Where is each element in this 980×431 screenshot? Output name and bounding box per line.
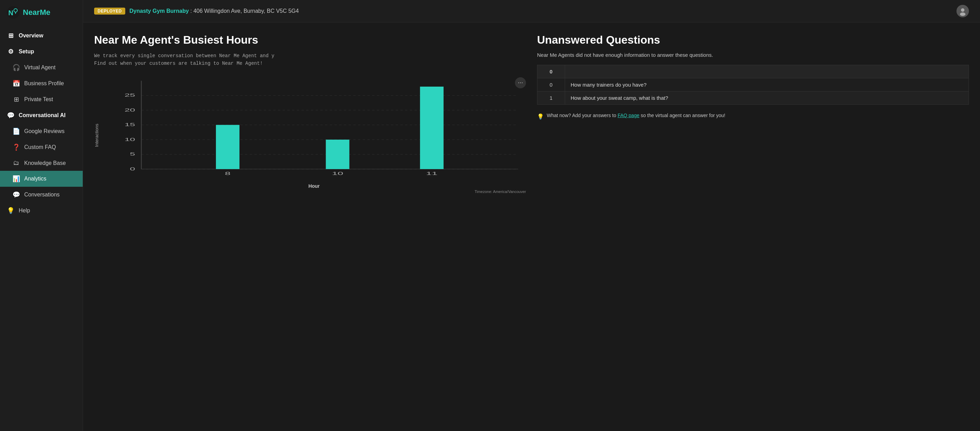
- chart-panel: Near Me Agent's Busiest Hours We track e…: [94, 34, 537, 420]
- sidebar-item-business-profile-label: Business Profile: [24, 80, 64, 86]
- sidebar-item-overview-label: Overview: [19, 33, 43, 39]
- svg-text:20: 20: [124, 108, 135, 112]
- sidebar-item-conversational-ai[interactable]: 💬 Conversational AI: [0, 107, 83, 123]
- sidebar-item-virtual-agent[interactable]: 🎧 Virtual Agent: [0, 60, 83, 75]
- deployed-badge: DEPLOYED: [94, 8, 125, 14]
- sidebar-item-knowledge-base-label: Knowledge Base: [24, 160, 66, 166]
- business-profile-icon: 📅: [13, 80, 20, 87]
- sidebar-item-private-test[interactable]: ⊞ Private Test: [0, 91, 83, 107]
- header-left: DEPLOYED Dynasty Gym Burnaby : 406 Willi…: [94, 8, 299, 14]
- sidebar-item-virtual-agent-label: Virtual Agent: [24, 64, 56, 71]
- chart-timezone: Timezone: America/Vancouver: [102, 190, 526, 194]
- chart-more-button[interactable]: ···: [515, 77, 526, 88]
- setup-icon: ⚙: [7, 48, 14, 56]
- header-bar: DEPLOYED Dynasty Gym Burnaby : 406 Willi…: [83, 0, 980, 22]
- svg-text:15: 15: [124, 122, 135, 127]
- svg-point-6: [960, 13, 966, 16]
- page-content: Near Me Agent's Busiest Hours We track e…: [83, 22, 980, 431]
- sidebar-item-setup-label: Setup: [19, 48, 34, 55]
- table-row: 1 How about your sweat camp, what is tha…: [538, 91, 969, 105]
- sidebar-item-business-profile[interactable]: 📅 Business Profile: [0, 75, 83, 91]
- chart-subtitle: We track every single conversation betwe…: [94, 52, 526, 67]
- logo-icon: N: [7, 6, 19, 19]
- svg-point-5: [961, 8, 964, 12]
- svg-text:8: 8: [225, 171, 231, 176]
- chart-x-label: Hour: [102, 183, 526, 189]
- table-header-count: 0: [538, 65, 565, 78]
- faq-hint: 💡 What now? Add your answers to FAQ page…: [537, 112, 969, 121]
- sidebar-item-help[interactable]: 💡 Help: [0, 203, 83, 219]
- sidebar-item-conversations-label: Conversations: [24, 192, 59, 198]
- google-reviews-icon: 📄: [13, 128, 20, 135]
- sidebar-item-overview[interactable]: ⊞ Overview: [0, 28, 83, 44]
- sidebar-navigation: ⊞ Overview ⚙ Setup 🎧 Virtual Agent 📅 Bus…: [0, 25, 83, 431]
- conversational-ai-icon: 💬: [7, 112, 14, 119]
- sidebar: N NearMe ⊞ Overview ⚙ Setup 🎧 Virtual Ag…: [0, 0, 83, 431]
- business-name: Dynasty Gym Burnaby: [129, 8, 189, 14]
- sidebar-item-google-reviews[interactable]: 📄 Google Reviews: [0, 123, 83, 139]
- hint-prefix: What now? Add your answers to: [547, 113, 618, 118]
- question-text-1: How about your sweat camp, what is that?: [565, 91, 969, 105]
- table-row: 0 How many trainers do you have?: [538, 78, 969, 91]
- sidebar-item-google-reviews-label: Google Reviews: [24, 128, 65, 134]
- sidebar-item-custom-faq[interactable]: ❓ Custom FAQ: [0, 139, 83, 155]
- faq-link[interactable]: FAQ page: [618, 113, 640, 118]
- logo: N NearMe: [0, 0, 83, 25]
- sidebar-item-help-label: Help: [19, 208, 30, 214]
- question-count-1: 1: [538, 91, 565, 105]
- virtual-agent-icon: 🎧: [13, 64, 20, 71]
- svg-text:11: 11: [426, 171, 438, 176]
- svg-text:N: N: [8, 9, 13, 17]
- sidebar-item-custom-faq-label: Custom FAQ: [24, 144, 56, 150]
- custom-faq-icon: ❓: [13, 144, 20, 151]
- svg-text:25: 25: [124, 93, 135, 97]
- sidebar-item-analytics-label: Analytics: [24, 176, 46, 182]
- sidebar-item-analytics[interactable]: 📊 Analytics: [0, 171, 83, 187]
- overview-icon: ⊞: [7, 32, 14, 40]
- chart-y-label: Interactions: [94, 124, 99, 147]
- unanswered-title: Unanswered Questions: [537, 34, 969, 46]
- unanswered-desc: Near Me Agents did not have enough infor…: [537, 52, 969, 58]
- chart-inner: 0 5 10 15 20 25: [102, 77, 526, 194]
- sidebar-item-knowledge-base[interactable]: 🗂 Knowledge Base: [0, 155, 83, 171]
- bar-hour-8: [216, 125, 239, 169]
- business-address: : 406 Willingdon Ave, Burnaby, BC V5C 5G…: [190, 8, 299, 14]
- sidebar-item-conversational-ai-label: Conversational AI: [19, 112, 65, 118]
- main-content: DEPLOYED Dynasty Gym Burnaby : 406 Willi…: [83, 0, 980, 431]
- logo-text: NearMe: [23, 8, 50, 17]
- knowledge-base-icon: 🗂: [13, 160, 20, 167]
- question-text-0: How many trainers do you have?: [565, 78, 969, 91]
- conversations-icon: 💬: [13, 191, 20, 198]
- chart-wrapper: ··· Interactions 0: [94, 77, 526, 194]
- chart-container: Interactions 0 5: [94, 77, 526, 194]
- sidebar-item-private-test-label: Private Test: [24, 96, 53, 102]
- analytics-icon: 📊: [13, 175, 20, 183]
- bar-hour-10: [326, 140, 350, 169]
- bar-chart-svg: 0 5 10 15 20 25: [102, 77, 526, 181]
- help-icon: 💡: [7, 207, 14, 214]
- hint-suffix: so the virtual agent can answer for you!: [641, 113, 725, 118]
- sidebar-item-conversations[interactable]: 💬 Conversations: [0, 187, 83, 203]
- svg-text:5: 5: [130, 152, 135, 156]
- user-avatar[interactable]: [956, 5, 969, 17]
- sidebar-item-setup[interactable]: ⚙ Setup: [0, 44, 83, 60]
- chart-title: Near Me Agent's Busiest Hours: [94, 34, 526, 46]
- svg-text:10: 10: [332, 171, 343, 176]
- table-header-question: [565, 65, 969, 78]
- unanswered-table: 0 0 How many trainers do you have? 1 How…: [537, 65, 969, 105]
- unanswered-panel: Unanswered Questions Near Me Agents did …: [537, 34, 969, 420]
- bar-hour-11: [420, 86, 444, 169]
- svg-text:0: 0: [130, 167, 135, 171]
- svg-text:10: 10: [124, 137, 135, 142]
- private-test-icon: ⊞: [13, 96, 20, 103]
- bulb-icon: 💡: [537, 112, 544, 121]
- question-count-0: 0: [538, 78, 565, 91]
